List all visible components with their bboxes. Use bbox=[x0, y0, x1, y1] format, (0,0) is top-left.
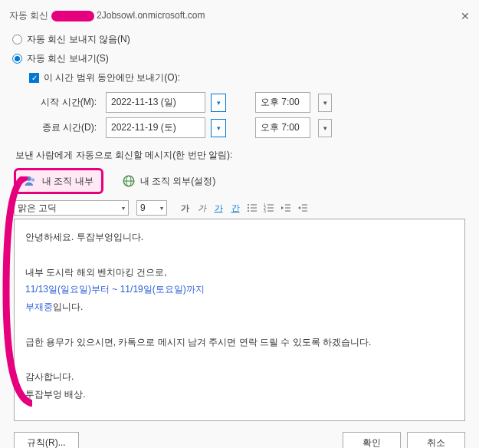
end-time-chevron-icon[interactable]: ▾ bbox=[318, 119, 332, 137]
end-date-value: 2022-11-19 (토) bbox=[111, 121, 176, 134]
close-icon[interactable]: ✕ bbox=[461, 10, 470, 22]
people-icon bbox=[24, 174, 38, 188]
end-label: 종료 시간(D): bbox=[29, 121, 97, 134]
cancel-button[interactable]: 취소 bbox=[407, 432, 465, 448]
start-date-chevron-icon[interactable]: ▾ bbox=[211, 94, 226, 112]
font-name-select[interactable]: 맑은 고딕 ▾ bbox=[14, 200, 129, 216]
msg-line4b: 입니다. bbox=[53, 301, 83, 312]
end-time-value: 오후 7:00 bbox=[261, 122, 300, 133]
start-time-row: 시작 시간(M): 2022-11-13 (일) ▾ 오후 7:00 ▾ bbox=[29, 92, 470, 113]
font-color-button[interactable]: 간 bbox=[228, 201, 242, 215]
start-time-chevron-icon[interactable]: ▾ bbox=[318, 94, 332, 112]
radio-label: 자동 회신 보내지 않음(N) bbox=[27, 33, 130, 46]
radio-dont-send[interactable]: 자동 회신 보내지 않음(N) bbox=[12, 33, 470, 46]
tab-inside-label: 내 조직 내부 bbox=[42, 175, 94, 188]
checkbox-time-range[interactable]: ✓ 이 시간 범위 동안에만 보내기(O): bbox=[29, 71, 470, 84]
tab-inside-org[interactable]: 내 조직 내부 bbox=[14, 168, 103, 194]
font-name-value: 맑은 고딕 bbox=[18, 202, 57, 215]
tab-outside-label: 내 조직 외부(설정) bbox=[140, 175, 216, 188]
svg-point-0 bbox=[27, 176, 31, 181]
rules-button[interactable]: 규칙(R)... bbox=[14, 432, 79, 448]
window-title: 자동 회신 2Jobsowl.onmicrosoft.com bbox=[9, 9, 205, 22]
format-toolbar: 맑은 고딕 ▾ 9 ▾ 가 가 가 간 123 bbox=[14, 200, 465, 216]
end-date-input[interactable]: 2022-11-19 (토) bbox=[106, 117, 205, 138]
svg-text:3: 3 bbox=[264, 209, 266, 213]
msg-line1: 안녕하세요. 투잡부엉입니다. bbox=[25, 229, 454, 246]
svg-marker-17 bbox=[281, 206, 284, 209]
tab-outside-org[interactable]: 내 조직 외부(설정) bbox=[114, 170, 224, 192]
bottom-bar: 규칙(R)... 확인 취소 bbox=[14, 432, 465, 448]
start-time-value: 오후 7:00 bbox=[261, 97, 300, 107]
italic-button[interactable]: 가 bbox=[195, 201, 208, 215]
radio-label: 자동 회신 보내기(S) bbox=[27, 52, 109, 65]
start-time-input[interactable]: 오후 7:00 bbox=[255, 92, 310, 113]
svg-point-5 bbox=[248, 204, 249, 206]
svg-point-1 bbox=[31, 178, 35, 182]
svg-point-7 bbox=[248, 207, 249, 209]
org-tabs: 내 조직 내부 내 조직 외부(설정) bbox=[14, 168, 470, 194]
start-label: 시작 시간(M): bbox=[29, 96, 97, 109]
title-prefix: 자동 회신 bbox=[9, 10, 48, 21]
end-time-input[interactable]: 오후 7:00 bbox=[255, 117, 310, 138]
end-date-chevron-icon[interactable]: ▾ bbox=[211, 119, 226, 137]
svg-point-9 bbox=[248, 210, 249, 212]
msg-line2: 내부 도시락 해외 벤치마킹 건으로, bbox=[25, 264, 454, 282]
bullet-list-icon[interactable] bbox=[245, 201, 259, 215]
font-size-value: 9 bbox=[140, 203, 146, 213]
redacted-account bbox=[51, 11, 94, 21]
account-domain: 2Jobsowl.onmicrosoft.com bbox=[97, 10, 205, 21]
checkbox-label: 이 시간 범위 동안에만 보내기(O): bbox=[44, 71, 180, 84]
radio-icon-selected bbox=[12, 54, 22, 64]
svg-marker-21 bbox=[298, 206, 300, 209]
message-editor[interactable]: 안녕하세요. 투잡부엉입니다. 내부 도시락 해외 벤치마킹 건으로, 11/1… bbox=[14, 219, 465, 421]
msg-line4: 부재중 bbox=[25, 301, 53, 312]
bold-button[interactable]: 가 bbox=[178, 201, 192, 215]
checkbox-icon: ✓ bbox=[29, 73, 39, 83]
indent-icon[interactable] bbox=[296, 201, 310, 215]
radio-send[interactable]: 자동 회신 보내기(S) bbox=[12, 52, 470, 65]
radio-icon bbox=[12, 35, 22, 44]
chevron-down-icon: ▾ bbox=[160, 205, 163, 212]
msg-line7: 투잡부엉 배상. bbox=[25, 386, 454, 404]
msg-line6: 감사합니다. bbox=[25, 368, 454, 386]
reply-notice: 보낸 사람에게 자동으로 회신할 메시지(한 번만 알림): bbox=[15, 149, 470, 162]
font-size-select[interactable]: 9 ▾ bbox=[136, 200, 167, 216]
msg-line5: 급한 용무가 있으시면, 카톡으로 메시지 남겨 주시면 연락 드릴 수 있도록… bbox=[25, 334, 454, 351]
underline-button[interactable]: 가 bbox=[212, 201, 225, 215]
title-bar: 자동 회신 2Jobsowl.onmicrosoft.com ✕ bbox=[9, 6, 470, 30]
outdent-icon[interactable] bbox=[279, 201, 293, 215]
end-time-row: 종료 시간(D): 2022-11-19 (토) ▾ 오후 7:00 ▾ bbox=[29, 117, 470, 138]
start-date-value: 2022-11-13 (일) bbox=[111, 96, 176, 109]
msg-line3: 11/13일(일요일)부터 ~ 11/19일(토요일)까지 bbox=[25, 284, 205, 295]
globe-icon bbox=[122, 174, 136, 188]
start-date-input[interactable]: 2022-11-13 (일) bbox=[106, 92, 205, 113]
numbered-list-icon[interactable]: 123 bbox=[262, 201, 276, 215]
ok-button[interactable]: 확인 bbox=[343, 432, 401, 448]
chevron-down-icon: ▾ bbox=[122, 205, 125, 212]
